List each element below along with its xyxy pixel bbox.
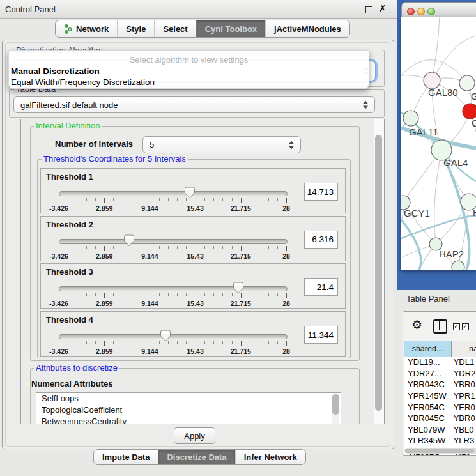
tick-mark <box>59 341 59 346</box>
table-cell[interactable]: YLR3 <box>449 436 476 445</box>
mode-tab-impute-data[interactable]: Impute Data <box>94 450 158 464</box>
table-cell[interactable]: YBR0 <box>449 380 476 389</box>
minimize-traffic-light-icon[interactable] <box>417 8 425 15</box>
threshold-value-field[interactable]: 6.316 <box>304 231 338 249</box>
tab-network[interactable]: Network <box>56 20 117 37</box>
threshold-value-field[interactable]: 14.713 <box>304 183 338 201</box>
table-row[interactable]: YDR27...YDR2 <box>404 368 476 380</box>
threshold-slider[interactable]: -3.4262.8599.14415.4321.71528 <box>59 234 286 261</box>
slider-thumb-icon[interactable] <box>185 187 195 199</box>
mode-tab-infer-network[interactable]: Infer Network <box>235 450 305 464</box>
threshold-slider[interactable]: -3.4262.8599.14415.4321.71528 <box>59 186 286 213</box>
close-icon[interactable]: ✗ <box>379 3 387 13</box>
network-node-label: GAL80 <box>428 87 458 98</box>
network-canvas[interactable]: GAL80GACGAL11GAL4GCY1HHAP2 <box>401 17 476 270</box>
table-cell[interactable]: YDR2 <box>449 369 476 378</box>
table-hscrollbar[interactable] <box>404 448 476 454</box>
table-cell[interactable]: YBR045C <box>404 413 449 423</box>
close-traffic-light-icon[interactable] <box>407 8 415 15</box>
tick-mark <box>168 198 169 201</box>
number-of-intervals-combobox[interactable]: 5 <box>142 136 301 153</box>
table-cell[interactable]: YBR0 <box>449 413 476 423</box>
table-data-combobox[interactable]: galFiltered.sif default node <box>13 96 375 113</box>
table-cell[interactable]: YER054C <box>404 403 449 412</box>
column-header-name[interactable]: na <box>452 341 476 357</box>
tick-mark <box>259 341 259 344</box>
settings-scrollbar-thumb[interactable] <box>375 135 382 411</box>
column-header-shared[interactable]: shared... <box>404 341 452 357</box>
table-cell[interactable]: YDR27... <box>404 369 449 378</box>
tick-label: 28 <box>282 204 290 212</box>
attributes-scrollbar-thumb[interactable] <box>332 394 339 415</box>
network-edge[interactable] <box>434 150 441 244</box>
network-node-label: HAP2 <box>439 249 464 259</box>
slider-thumb-icon[interactable] <box>160 330 171 342</box>
attribute-item[interactable]: SelfLoops <box>36 393 341 404</box>
network-node-c[interactable] <box>463 104 476 119</box>
network-edge[interactable] <box>401 220 421 270</box>
algorithm-option-equal-width-frequency-discretization[interactable]: Equal Width/Frequency Discretization <box>9 77 369 88</box>
split-columns-icon[interactable] <box>433 319 447 334</box>
tab-cyni-toolbox[interactable]: Cyni Toolbox <box>196 20 265 37</box>
table-cell[interactable]: YER0 <box>449 403 476 412</box>
table-row[interactable]: YBR045CYBR0 <box>404 413 476 424</box>
network-edge[interactable] <box>432 36 476 81</box>
table-cell[interactable]: YBL079W <box>404 425 449 434</box>
attributes-scrollbar[interactable] <box>332 394 339 424</box>
attribute-item[interactable]: TopologicalCoefficient <box>36 404 341 416</box>
threshold-value-field[interactable]: 11.344 <box>304 326 338 344</box>
threshold-slider[interactable]: -3.4262.8599.14415.4321.71528 <box>59 281 286 308</box>
table-hscrollbar-thumb[interactable] <box>405 449 474 453</box>
slider-ticks <box>59 246 286 252</box>
checkbox-icon[interactable]: ✓ <box>453 323 460 330</box>
apply-button[interactable]: Apply <box>174 427 215 444</box>
network-node-ga[interactable] <box>459 75 475 91</box>
tab-select[interactable]: Select <box>154 20 196 37</box>
table-row[interactable]: YBL079WYBL0 <box>404 424 476 436</box>
tick-mark <box>132 198 132 201</box>
network-node-gal11[interactable] <box>403 111 418 126</box>
table-cell[interactable]: YPR1 <box>449 391 476 401</box>
algorithm-option-manual-discretization[interactable]: Manual Discretization <box>9 66 369 77</box>
tick-mark <box>86 246 87 249</box>
network-node-label: GAL4 <box>443 157 468 168</box>
tick-label: 9.144 <box>141 252 158 260</box>
tick-mark <box>141 198 141 201</box>
slider-track <box>59 286 288 291</box>
table-cell[interactable]: YBR043C <box>404 380 449 389</box>
table-cell[interactable]: YBL0 <box>449 425 476 434</box>
network-edge[interactable] <box>432 17 440 81</box>
threshold-value-field[interactable]: 21.4 <box>304 278 338 296</box>
network-node-unlabeled[interactable] <box>452 261 464 270</box>
tab-jactivemnodules[interactable]: jActiveMNodules <box>265 20 349 37</box>
table-cell[interactable]: YLR345W <box>404 436 449 445</box>
tick-label: 15.43 <box>187 204 203 212</box>
slider-ticks <box>59 198 286 204</box>
tick-mark <box>86 341 87 344</box>
network-window-titlebar[interactable] <box>401 2 476 18</box>
table-row[interactable]: YDL19...YDL1 <box>404 357 476 368</box>
slider-thumb-icon[interactable] <box>124 234 134 247</box>
table-cell[interactable]: YDL19... <box>404 357 449 367</box>
gear-icon[interactable]: ⚙ <box>411 318 422 332</box>
table-cell[interactable]: YDL1 <box>449 357 476 367</box>
table-row[interactable]: YPR145WYPR1 <box>404 390 476 402</box>
slider-thumb-icon[interactable] <box>233 282 243 294</box>
apply-button-label: Apply <box>184 431 205 441</box>
network-node-label: GA <box>471 91 476 102</box>
mode-tab-discretize-data[interactable]: Discretize Data <box>158 450 234 464</box>
table-row[interactable]: YBR043CYBR0 <box>404 379 476 390</box>
table-row[interactable]: YER054CYER0 <box>404 401 476 413</box>
checkbox-icon[interactable]: ✓ <box>462 323 469 330</box>
table-row[interactable]: YLR345WYLR3 <box>404 435 476 447</box>
tick-mark <box>213 293 214 296</box>
slider-track <box>59 334 288 339</box>
float-window-icon[interactable] <box>365 6 372 13</box>
numerical-attributes-list[interactable]: SelfLoopsTopologicalCoefficientBetweenne… <box>36 392 341 424</box>
attribute-item[interactable]: BetweennessCentrality <box>36 416 341 424</box>
tab-style[interactable]: Style <box>117 20 154 37</box>
table-cell[interactable]: YPR145W <box>404 391 449 401</box>
zoom-traffic-light-icon[interactable] <box>427 8 435 15</box>
tick-mark <box>113 293 114 296</box>
threshold-slider[interactable]: -3.4262.8599.14415.4321.71528 <box>59 329 286 356</box>
